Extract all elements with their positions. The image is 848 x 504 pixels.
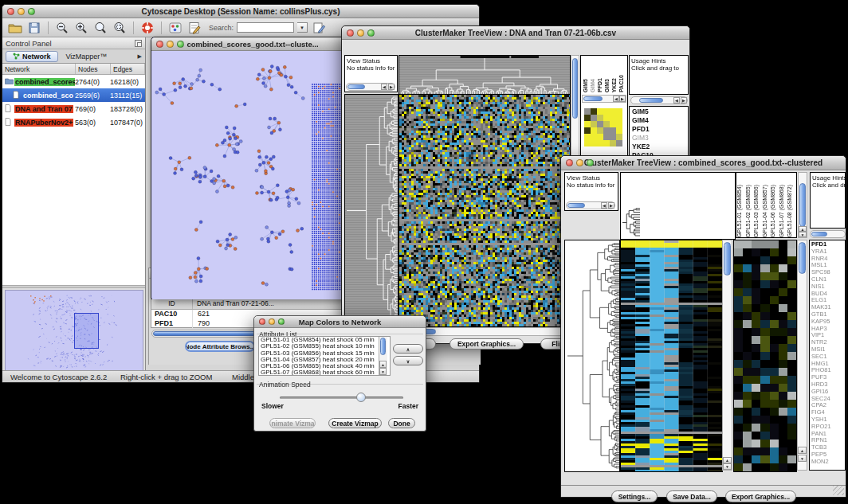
gene-label[interactable]: MON2	[811, 459, 845, 466]
search-dropdown-icon[interactable]: ▼	[297, 22, 308, 33]
minimize-button[interactable]	[18, 8, 25, 15]
column-label[interactable]: GPL51-06 (GSM865)	[770, 185, 779, 237]
gene-label[interactable]: GIM3	[632, 134, 688, 143]
network-row[interactable]: RNAPuberNov2+563(0)107847(0)	[2, 115, 145, 129]
annotation-icon[interactable]	[186, 21, 202, 35]
gene-label[interactable]: GIM5	[632, 107, 688, 116]
column-label[interactable]: GPL51-02 (GSM855)	[745, 185, 754, 237]
scroll-right-icon[interactable]: ▶	[681, 97, 687, 104]
column-label[interactable]: GPL51-03 (GSM856)	[753, 185, 762, 237]
close-button[interactable]	[259, 318, 265, 325]
close-button[interactable]	[566, 159, 573, 166]
help-lifering-icon[interactable]	[139, 21, 155, 35]
float-panel-icon[interactable]	[135, 40, 142, 47]
column-label[interactable]: GIM4	[590, 79, 597, 92]
scroll-up-icon[interactable]: ▲	[798, 447, 807, 454]
attribute-item[interactable]: GPL51-07 (GSM868) heat shock 60 min	[259, 369, 390, 376]
birdseye-canvas[interactable]	[5, 290, 143, 371]
edit-search-icon[interactable]	[311, 21, 327, 35]
zoom-out-icon[interactable]	[54, 21, 70, 35]
button-create-vizmap[interactable]: Create Vizmap	[328, 418, 382, 428]
attribute-list-scrollbar[interactable]: ▲ ▼	[379, 337, 387, 375]
scroll-thumb[interactable]	[799, 242, 806, 274]
column-label[interactable]: GPL51-08 (GSM872)	[787, 185, 795, 237]
heatmap-vscrollbar[interactable]: ▲ ▼	[722, 240, 732, 471]
column-label[interactable]: GPL51-01 (GSM854)	[736, 185, 745, 237]
scroll-thumb[interactable]	[572, 58, 578, 119]
main-titlebar[interactable]: Cytoscape Desktop (Session Name: collins…	[2, 5, 479, 18]
column-dendrogram[interactable]	[398, 55, 571, 95]
col-id[interactable]: ID	[151, 299, 193, 309]
network-canvas[interactable]	[152, 51, 355, 299]
row-dendrogram[interactable]	[344, 94, 398, 327]
column-dendrogram[interactable]	[620, 172, 736, 240]
scroll-left-icon[interactable]: ◀	[601, 202, 607, 209]
attribute-list[interactable]: GPL51-01 (GSM854) heat shock 05 minGPL51…	[258, 336, 391, 376]
node-attribute-browser-button[interactable]: Node Attribute Brows...	[185, 341, 255, 352]
zoom-hscrollbar[interactable]: ◀ ▶	[582, 95, 626, 103]
treeview2-titlebar[interactable]: ClusterMaker TreeView : combined_scores_…	[561, 156, 846, 170]
scroll-up-icon[interactable]: ▲	[799, 226, 807, 232]
scroll-up-icon[interactable]: ▲	[723, 457, 732, 463]
close-button[interactable]	[7, 8, 14, 15]
scroll-down-icon[interactable]: ▼	[798, 455, 807, 462]
open-file-icon[interactable]	[7, 21, 23, 35]
close-button[interactable]	[156, 41, 163, 48]
column-label[interactable]: GIM3	[604, 79, 611, 92]
heatmap-global-view[interactable]	[620, 240, 723, 472]
network-row[interactable]: combined_scores2764(0)16218(0)	[2, 75, 145, 88]
slider-thumb[interactable]	[356, 393, 366, 402]
button-done[interactable]: Done	[388, 418, 415, 428]
zoom-vscrollbar[interactable]: ▲ ▼	[797, 240, 807, 471]
labels-vscrollbar[interactable]: ▲ ▼	[798, 172, 807, 238]
gene-list-hscrollbar[interactable]	[810, 230, 846, 238]
network-row[interactable]: combined_sco2569(6)13112(15)	[2, 88, 145, 102]
gene-label[interactable]: YKE2	[632, 143, 688, 151]
col-network[interactable]: Network	[2, 64, 76, 74]
scroll-down-icon[interactable]: ▼	[799, 232, 807, 237]
zoom-selected-icon[interactable]	[92, 21, 108, 35]
column-label[interactable]: GPL51-07 (GSM868)	[779, 185, 787, 237]
column-label[interactable]: YKE2	[611, 78, 618, 92]
col-edges[interactable]: Edges	[111, 64, 145, 74]
network-view-titlebar[interactable]: combined_scores_good.txt--cluste...	[151, 37, 354, 51]
scroll-down-icon[interactable]: ▼	[723, 463, 732, 470]
zoom-button[interactable]	[28, 8, 35, 15]
column-label[interactable]: GIM5	[583, 79, 590, 92]
scroll-thumb[interactable]	[583, 96, 603, 101]
scroll-thumb[interactable]	[639, 98, 663, 103]
button-animate-vizmap[interactable]: Animate Vizmap	[269, 418, 316, 428]
network-row[interactable]: DNA and Tran 07769(0)183728(0)	[2, 102, 145, 115]
column-label[interactable]: PAC10	[618, 75, 626, 92]
birdseye-view[interactable]	[2, 288, 145, 370]
row-dendrogram[interactable]	[564, 240, 620, 472]
col-nodes[interactable]: Nodes	[76, 64, 111, 74]
move-down-button[interactable]: ∨	[393, 356, 423, 365]
scroll-left-icon[interactable]: ◀	[673, 97, 680, 104]
vizmapper-icon[interactable]	[167, 21, 183, 35]
tab-network[interactable]: Network	[6, 51, 58, 62]
scroll-thumb[interactable]	[811, 232, 827, 236]
zoom-button[interactable]	[367, 29, 375, 37]
heatmap-zoom-view[interactable]	[733, 240, 797, 472]
move-up-button[interactable]: ∧	[393, 344, 423, 354]
minimize-button[interactable]	[167, 41, 174, 48]
minimize-button[interactable]	[576, 159, 583, 166]
search-input[interactable]	[237, 22, 294, 33]
scroll-right-icon[interactable]: ▶	[388, 84, 395, 90]
minimize-button[interactable]	[357, 29, 364, 37]
resize-grip[interactable]	[833, 486, 844, 495]
view-status-scrollbar[interactable]: ◀ ▶	[566, 201, 615, 209]
treeview1-titlebar[interactable]: ClusterMaker TreeView : DNA and Tran 07-…	[342, 26, 689, 40]
scroll-right-icon[interactable]: ▶	[619, 96, 626, 102]
scroll-up-icon[interactable]: ▲	[379, 361, 387, 368]
scroll-right-icon[interactable]: ▶	[608, 202, 614, 209]
column-label[interactable]: GPL51-04 (GSM857)	[762, 185, 771, 237]
heatmap-zoom-view[interactable]	[584, 108, 622, 147]
zoom-button[interactable]	[177, 41, 184, 48]
scroll-thumb[interactable]	[380, 338, 386, 355]
zoom-button[interactable]	[587, 159, 594, 166]
save-icon[interactable]	[26, 21, 42, 35]
tab-vizmapper[interactable]: VizMapper™	[58, 53, 116, 61]
network-list-empty-area[interactable]	[2, 129, 145, 285]
